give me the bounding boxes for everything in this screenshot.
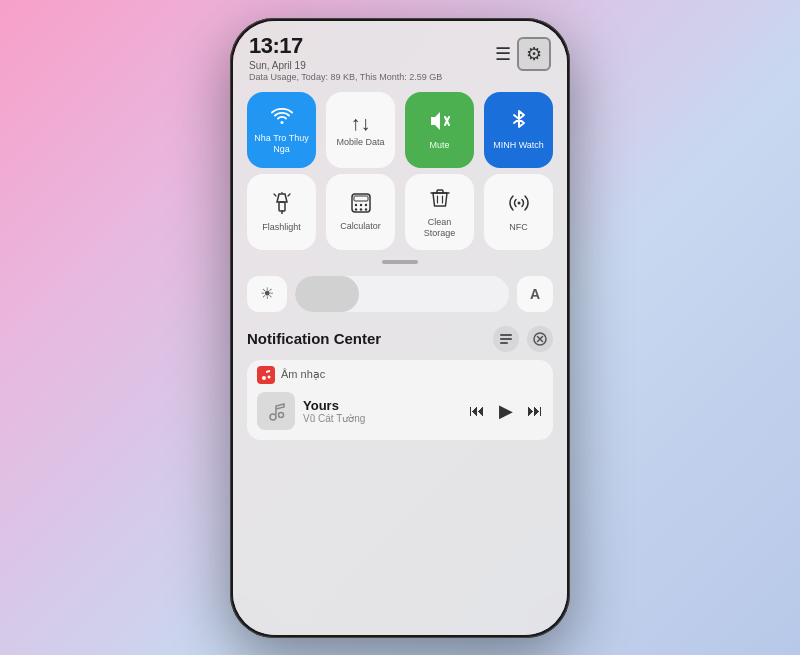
- svg-rect-20: [500, 342, 508, 344]
- notification-list-button[interactable]: [493, 326, 519, 352]
- time-date-block: 13:17 Sun, April 19 Data Usage, Today: 8…: [249, 33, 442, 82]
- notification-title: Notification Center: [247, 330, 381, 347]
- status-bar: 13:17 Sun, April 19 Data Usage, Today: 8…: [233, 21, 567, 82]
- svg-rect-18: [500, 334, 512, 336]
- clean-storage-label: CleanStorage: [424, 217, 456, 239]
- svg-point-25: [268, 375, 271, 378]
- play-button[interactable]: ▶: [499, 402, 513, 420]
- wifi-icon: [271, 107, 293, 129]
- svg-point-13: [359, 208, 361, 210]
- flashlight-label: Flashlight: [262, 222, 301, 233]
- notification-header-icons: [493, 326, 553, 352]
- quick-tiles-row1: Nha Tro ThuyNga ↑↓ Mobile Data: [233, 82, 567, 174]
- mute-icon: [429, 110, 451, 136]
- flashlight-tile[interactable]: Flashlight: [247, 174, 316, 250]
- svg-rect-8: [354, 196, 368, 201]
- calculator-tile[interactable]: Calculator: [326, 174, 395, 250]
- notification-center: Notification Center: [233, 320, 567, 440]
- nfc-icon: [508, 192, 530, 218]
- mute-tile[interactable]: Mute: [405, 92, 474, 168]
- svg-point-12: [354, 208, 356, 210]
- auto-label: A: [530, 286, 540, 302]
- bluetooth-tile[interactable]: MINH Watch: [484, 92, 553, 168]
- svg-rect-19: [500, 338, 512, 340]
- flashlight-icon: [273, 192, 291, 218]
- svg-line-4: [274, 194, 276, 196]
- phone-frame: 13:17 Sun, April 19 Data Usage, Today: 8…: [230, 18, 570, 638]
- player-controls: ⏮ ▶ ⏭: [469, 402, 543, 420]
- prev-button[interactable]: ⏮: [469, 403, 485, 419]
- mobile-data-icon: ↑↓: [351, 113, 371, 133]
- status-date: Sun, April 19: [249, 60, 442, 71]
- calculator-label: Calculator: [340, 221, 381, 232]
- phone-screen: 13:17 Sun, April 19 Data Usage, Today: 8…: [233, 21, 567, 635]
- mobile-data-label: Mobile Data: [336, 137, 384, 148]
- bluetooth-icon: [510, 110, 528, 136]
- list-icon[interactable]: ☰: [495, 43, 511, 65]
- notification-header: Notification Center: [247, 326, 553, 352]
- brightness-icon: ☀: [247, 276, 287, 312]
- bluetooth-label: MINH Watch: [493, 140, 544, 151]
- next-button[interactable]: ⏭: [527, 403, 543, 419]
- brightness-row: ☀ A: [233, 272, 567, 320]
- song-info: Yours Vũ Cát Tường: [303, 398, 461, 424]
- music-app-name: Âm nhạc: [281, 368, 325, 381]
- svg-rect-2: [279, 202, 285, 211]
- brightness-fill: [295, 276, 359, 312]
- control-center-panel: 13:17 Sun, April 19 Data Usage, Today: 8…: [233, 21, 567, 635]
- clean-storage-tile[interactable]: CleanStorage: [405, 174, 474, 250]
- svg-point-17: [517, 202, 520, 205]
- song-artist: Vũ Cát Tường: [303, 413, 461, 424]
- brightness-slider[interactable]: [295, 276, 509, 312]
- calculator-icon: [351, 193, 371, 217]
- quick-tiles-row2: Flashlight: [233, 174, 567, 256]
- status-time: 13:17: [249, 33, 442, 59]
- drag-handle: [382, 260, 418, 264]
- notification-close-button[interactable]: [527, 326, 553, 352]
- song-title: Yours: [303, 398, 461, 413]
- sun-icon: ☀: [260, 284, 274, 303]
- nfc-tile[interactable]: NFC: [484, 174, 553, 250]
- header-icons: ☰ ⚙: [495, 37, 551, 71]
- svg-point-9: [354, 204, 356, 206]
- music-notification: Âm nhạc Yours Vũ Cát Tường: [247, 360, 553, 440]
- song-icon: [257, 392, 295, 430]
- gear-icon: ⚙: [526, 45, 542, 63]
- nfc-label: NFC: [509, 222, 528, 233]
- music-app-header: Âm nhạc: [247, 360, 553, 388]
- mobile-data-tile[interactable]: ↑↓ Mobile Data: [326, 92, 395, 168]
- clean-storage-icon: [430, 187, 450, 213]
- svg-line-5: [288, 194, 290, 196]
- svg-point-14: [364, 208, 366, 210]
- svg-point-24: [262, 376, 266, 380]
- wifi-tile[interactable]: Nha Tro ThuyNga: [247, 92, 316, 168]
- data-usage: Data Usage, Today: 89 KB, This Month: 2.…: [249, 72, 442, 82]
- svg-point-11: [364, 204, 366, 206]
- svg-point-10: [359, 204, 361, 206]
- svg-point-26: [270, 414, 276, 420]
- svg-point-27: [279, 412, 284, 417]
- music-app-icon: [257, 366, 275, 384]
- auto-brightness-button[interactable]: A: [517, 276, 553, 312]
- settings-button[interactable]: ⚙: [517, 37, 551, 71]
- mute-label: Mute: [429, 140, 449, 151]
- music-player: Yours Vũ Cát Tường ⏮ ▶ ⏭: [247, 388, 553, 440]
- wifi-label: Nha Tro ThuyNga: [254, 133, 308, 155]
